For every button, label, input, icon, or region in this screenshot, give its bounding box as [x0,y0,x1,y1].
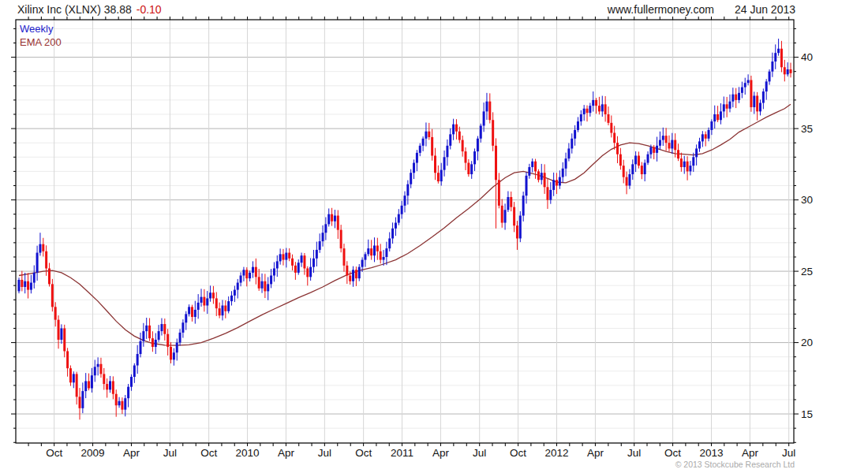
x-axis-label: Oct [355,447,372,459]
y-axis-label: 15 [801,408,813,420]
x-axis-label: Jul [473,447,486,459]
x-axis-label: Apr [587,447,604,459]
x-axis-label: Apr [278,447,295,459]
x-axis-label: 2011 [391,447,413,459]
y-axis-label: 35 [801,123,813,135]
price-chart-svg: 152025303540Oct2009AprJulOct2010AprJulOc… [0,0,868,473]
x-axis-label: Jul [782,447,795,459]
stock-chart-page: Xilinx Inc (XLNX) 38.88-0.10 www.fullerm… [0,0,868,473]
x-axis-label: 2012 [544,447,568,459]
x-axis-label: Oct [510,447,526,459]
x-axis-label: Oct [200,447,217,459]
x-axis-label: Apr [742,447,759,459]
y-axis-label: 20 [801,337,813,348]
ema-label: EMA 200 [20,35,62,49]
x-axis-label: 2010 [236,447,260,459]
x-axis-label: Apr [123,447,140,459]
x-axis-label: Oct [46,447,62,459]
x-axis-label: Jul [318,447,331,459]
x-axis-label: Apr [432,447,450,459]
copyright-notice: © 2013 Stockcube Research Ltd [675,460,795,469]
chart-legend: Weekly EMA 200 [20,22,62,49]
timeframe-label: Weekly [20,22,62,35]
x-axis-label: 2013 [699,447,723,459]
x-axis-label: 2009 [81,447,105,459]
x-axis-label: Jul [163,447,177,459]
y-axis-label: 40 [801,51,813,63]
y-axis-label: 30 [801,194,813,206]
y-axis-label: 25 [801,266,813,277]
x-axis-label: Oct [664,447,681,459]
x-axis-label: Jul [627,447,641,459]
